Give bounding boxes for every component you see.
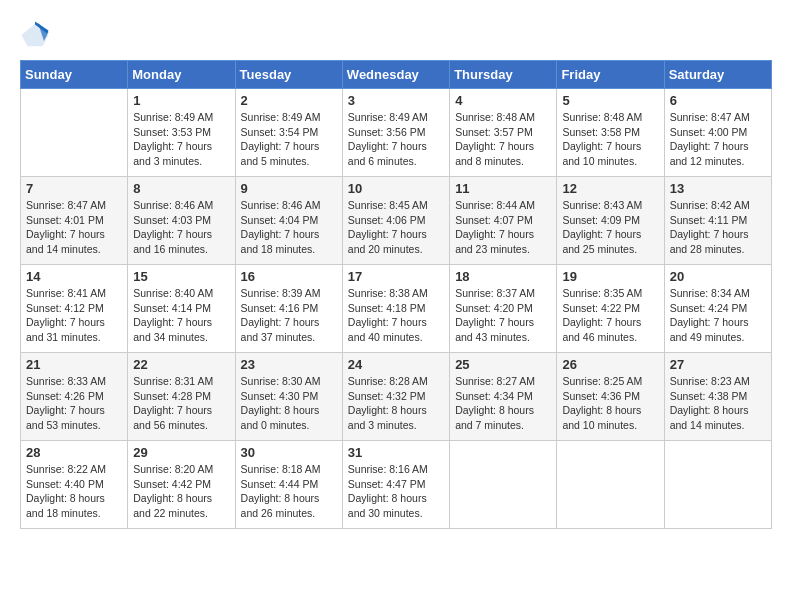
day-info: Sunrise: 8:48 AM Sunset: 3:57 PM Dayligh…: [455, 110, 551, 169]
calendar-cell: 28Sunrise: 8:22 AM Sunset: 4:40 PM Dayli…: [21, 441, 128, 529]
day-number: 19: [562, 269, 658, 284]
day-info: Sunrise: 8:47 AM Sunset: 4:00 PM Dayligh…: [670, 110, 766, 169]
week-row-1: 7Sunrise: 8:47 AM Sunset: 4:01 PM Daylig…: [21, 177, 772, 265]
day-number: 8: [133, 181, 229, 196]
day-number: 23: [241, 357, 337, 372]
day-number: 10: [348, 181, 444, 196]
day-info: Sunrise: 8:49 AM Sunset: 3:56 PM Dayligh…: [348, 110, 444, 169]
day-number: 18: [455, 269, 551, 284]
calendar-cell: 29Sunrise: 8:20 AM Sunset: 4:42 PM Dayli…: [128, 441, 235, 529]
day-info: Sunrise: 8:47 AM Sunset: 4:01 PM Dayligh…: [26, 198, 122, 257]
week-row-0: 1Sunrise: 8:49 AM Sunset: 3:53 PM Daylig…: [21, 89, 772, 177]
weekday-header-thursday: Thursday: [450, 61, 557, 89]
calendar-cell: 5Sunrise: 8:48 AM Sunset: 3:58 PM Daylig…: [557, 89, 664, 177]
calendar-table: SundayMondayTuesdayWednesdayThursdayFrid…: [20, 60, 772, 529]
day-number: 6: [670, 93, 766, 108]
weekday-header-wednesday: Wednesday: [342, 61, 449, 89]
calendar-cell: 2Sunrise: 8:49 AM Sunset: 3:54 PM Daylig…: [235, 89, 342, 177]
day-number: 29: [133, 445, 229, 460]
day-info: Sunrise: 8:23 AM Sunset: 4:38 PM Dayligh…: [670, 374, 766, 433]
calendar-cell: 8Sunrise: 8:46 AM Sunset: 4:03 PM Daylig…: [128, 177, 235, 265]
day-number: 25: [455, 357, 551, 372]
calendar-cell: 13Sunrise: 8:42 AM Sunset: 4:11 PM Dayli…: [664, 177, 771, 265]
weekday-header-friday: Friday: [557, 61, 664, 89]
calendar-cell: 14Sunrise: 8:41 AM Sunset: 4:12 PM Dayli…: [21, 265, 128, 353]
weekday-header-monday: Monday: [128, 61, 235, 89]
day-number: 13: [670, 181, 766, 196]
calendar-cell: [450, 441, 557, 529]
day-info: Sunrise: 8:44 AM Sunset: 4:07 PM Dayligh…: [455, 198, 551, 257]
day-info: Sunrise: 8:25 AM Sunset: 4:36 PM Dayligh…: [562, 374, 658, 433]
calendar-cell: 10Sunrise: 8:45 AM Sunset: 4:06 PM Dayli…: [342, 177, 449, 265]
calendar-cell: 25Sunrise: 8:27 AM Sunset: 4:34 PM Dayli…: [450, 353, 557, 441]
calendar-cell: 24Sunrise: 8:28 AM Sunset: 4:32 PM Dayli…: [342, 353, 449, 441]
day-info: Sunrise: 8:31 AM Sunset: 4:28 PM Dayligh…: [133, 374, 229, 433]
day-info: Sunrise: 8:27 AM Sunset: 4:34 PM Dayligh…: [455, 374, 551, 433]
day-info: Sunrise: 8:37 AM Sunset: 4:20 PM Dayligh…: [455, 286, 551, 345]
day-number: 1: [133, 93, 229, 108]
day-info: Sunrise: 8:33 AM Sunset: 4:26 PM Dayligh…: [26, 374, 122, 433]
day-info: Sunrise: 8:41 AM Sunset: 4:12 PM Dayligh…: [26, 286, 122, 345]
week-row-2: 14Sunrise: 8:41 AM Sunset: 4:12 PM Dayli…: [21, 265, 772, 353]
calendar-cell: 30Sunrise: 8:18 AM Sunset: 4:44 PM Dayli…: [235, 441, 342, 529]
calendar-cell: 4Sunrise: 8:48 AM Sunset: 3:57 PM Daylig…: [450, 89, 557, 177]
day-number: 22: [133, 357, 229, 372]
day-info: Sunrise: 8:34 AM Sunset: 4:24 PM Dayligh…: [670, 286, 766, 345]
weekday-header-saturday: Saturday: [664, 61, 771, 89]
day-number: 20: [670, 269, 766, 284]
day-info: Sunrise: 8:16 AM Sunset: 4:47 PM Dayligh…: [348, 462, 444, 521]
day-info: Sunrise: 8:46 AM Sunset: 4:03 PM Dayligh…: [133, 198, 229, 257]
day-info: Sunrise: 8:38 AM Sunset: 4:18 PM Dayligh…: [348, 286, 444, 345]
day-number: 3: [348, 93, 444, 108]
day-info: Sunrise: 8:43 AM Sunset: 4:09 PM Dayligh…: [562, 198, 658, 257]
day-number: 14: [26, 269, 122, 284]
calendar-cell: 15Sunrise: 8:40 AM Sunset: 4:14 PM Dayli…: [128, 265, 235, 353]
day-number: 15: [133, 269, 229, 284]
day-info: Sunrise: 8:40 AM Sunset: 4:14 PM Dayligh…: [133, 286, 229, 345]
calendar-cell: 17Sunrise: 8:38 AM Sunset: 4:18 PM Dayli…: [342, 265, 449, 353]
calendar-cell: 23Sunrise: 8:30 AM Sunset: 4:30 PM Dayli…: [235, 353, 342, 441]
calendar-cell: 20Sunrise: 8:34 AM Sunset: 4:24 PM Dayli…: [664, 265, 771, 353]
day-info: Sunrise: 8:48 AM Sunset: 3:58 PM Dayligh…: [562, 110, 658, 169]
day-number: 26: [562, 357, 658, 372]
day-number: 30: [241, 445, 337, 460]
calendar-cell: 21Sunrise: 8:33 AM Sunset: 4:26 PM Dayli…: [21, 353, 128, 441]
week-row-3: 21Sunrise: 8:33 AM Sunset: 4:26 PM Dayli…: [21, 353, 772, 441]
day-info: Sunrise: 8:20 AM Sunset: 4:42 PM Dayligh…: [133, 462, 229, 521]
calendar-cell: 7Sunrise: 8:47 AM Sunset: 4:01 PM Daylig…: [21, 177, 128, 265]
day-info: Sunrise: 8:45 AM Sunset: 4:06 PM Dayligh…: [348, 198, 444, 257]
logo-icon: [20, 20, 50, 50]
day-info: Sunrise: 8:46 AM Sunset: 4:04 PM Dayligh…: [241, 198, 337, 257]
calendar-cell: 22Sunrise: 8:31 AM Sunset: 4:28 PM Dayli…: [128, 353, 235, 441]
day-number: 2: [241, 93, 337, 108]
weekday-header-sunday: Sunday: [21, 61, 128, 89]
calendar-cell: 12Sunrise: 8:43 AM Sunset: 4:09 PM Dayli…: [557, 177, 664, 265]
calendar-cell: 16Sunrise: 8:39 AM Sunset: 4:16 PM Dayli…: [235, 265, 342, 353]
day-number: 28: [26, 445, 122, 460]
weekday-header-row: SundayMondayTuesdayWednesdayThursdayFrid…: [21, 61, 772, 89]
day-info: Sunrise: 8:22 AM Sunset: 4:40 PM Dayligh…: [26, 462, 122, 521]
day-number: 17: [348, 269, 444, 284]
day-info: Sunrise: 8:28 AM Sunset: 4:32 PM Dayligh…: [348, 374, 444, 433]
day-number: 12: [562, 181, 658, 196]
day-number: 4: [455, 93, 551, 108]
weekday-header-tuesday: Tuesday: [235, 61, 342, 89]
calendar-cell: [21, 89, 128, 177]
calendar-cell: [557, 441, 664, 529]
day-info: Sunrise: 8:39 AM Sunset: 4:16 PM Dayligh…: [241, 286, 337, 345]
calendar-cell: 9Sunrise: 8:46 AM Sunset: 4:04 PM Daylig…: [235, 177, 342, 265]
day-info: Sunrise: 8:18 AM Sunset: 4:44 PM Dayligh…: [241, 462, 337, 521]
calendar-cell: 18Sunrise: 8:37 AM Sunset: 4:20 PM Dayli…: [450, 265, 557, 353]
calendar-cell: 3Sunrise: 8:49 AM Sunset: 3:56 PM Daylig…: [342, 89, 449, 177]
day-number: 11: [455, 181, 551, 196]
calendar-cell: 19Sunrise: 8:35 AM Sunset: 4:22 PM Dayli…: [557, 265, 664, 353]
day-number: 21: [26, 357, 122, 372]
day-number: 24: [348, 357, 444, 372]
calendar-cell: 31Sunrise: 8:16 AM Sunset: 4:47 PM Dayli…: [342, 441, 449, 529]
calendar-cell: 11Sunrise: 8:44 AM Sunset: 4:07 PM Dayli…: [450, 177, 557, 265]
calendar-cell: [664, 441, 771, 529]
calendar-cell: 27Sunrise: 8:23 AM Sunset: 4:38 PM Dayli…: [664, 353, 771, 441]
day-number: 16: [241, 269, 337, 284]
calendar-cell: 1Sunrise: 8:49 AM Sunset: 3:53 PM Daylig…: [128, 89, 235, 177]
day-number: 5: [562, 93, 658, 108]
